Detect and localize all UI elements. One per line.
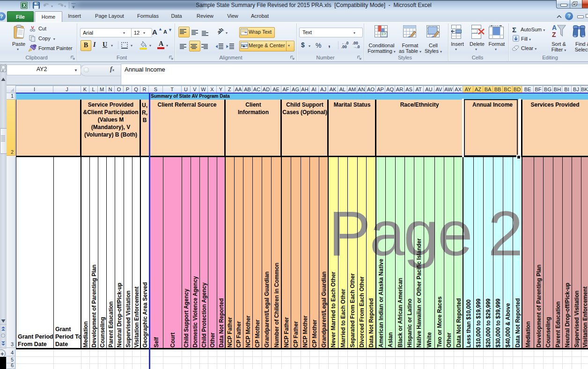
svg-text:a: a — [243, 44, 245, 48]
svg-text:Z: Z — [552, 31, 556, 38]
svg-text:A: A — [552, 24, 557, 31]
svg-text:ab: ab — [217, 28, 224, 35]
